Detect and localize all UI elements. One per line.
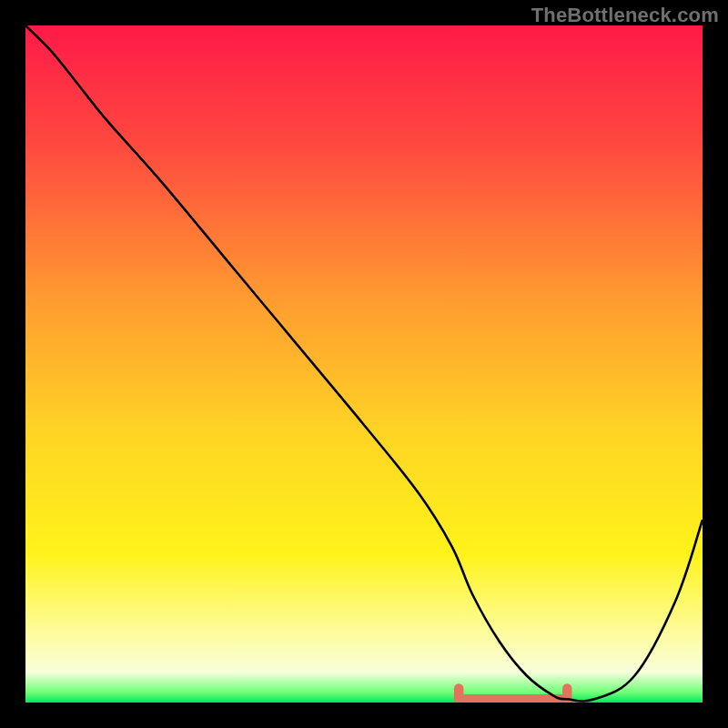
gradient-background: [25, 25, 703, 703]
plot-area: [25, 25, 703, 703]
watermark-text: TheBottleneck.com: [531, 4, 719, 27]
chart-frame: TheBottleneck.com: [0, 0, 728, 728]
chart-svg: [25, 25, 703, 703]
